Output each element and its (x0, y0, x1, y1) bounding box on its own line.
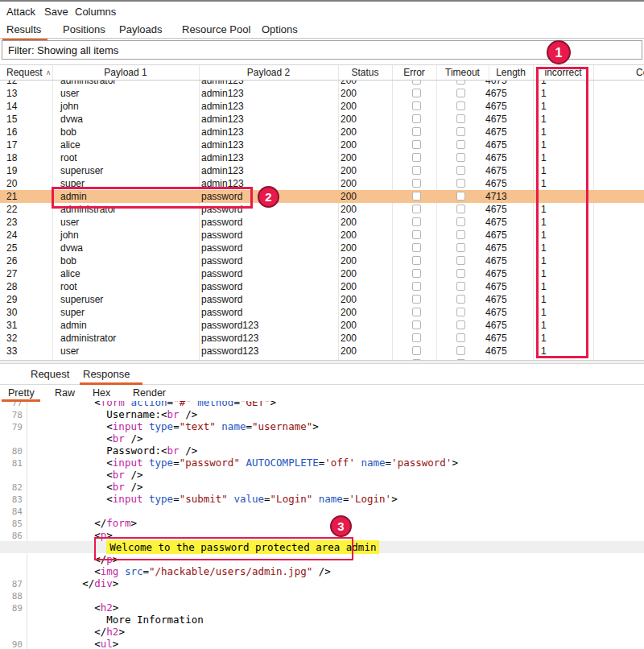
table-row[interactable]: 27alicepassword20046751 (0, 267, 644, 280)
timeout-checkbox[interactable] (456, 205, 465, 213)
error-checkbox[interactable] (412, 205, 421, 213)
tab-response[interactable]: Response (83, 368, 130, 380)
error-checkbox[interactable] (412, 192, 421, 200)
sort-ascending-icon: ∧ (46, 68, 52, 76)
table-row[interactable]: 26bobpassword20046751 (0, 254, 644, 267)
column-header-payload-1[interactable]: Payload 1 (52, 67, 199, 78)
timeout-checkbox[interactable] (456, 230, 465, 239)
error-checkbox[interactable] (412, 308, 421, 316)
table-row[interactable]: 34johnpassword12320046751 (0, 358, 644, 360)
table-row[interactable]: 22administratorpassword20046751 (0, 203, 644, 216)
error-checkbox[interactable] (412, 153, 421, 162)
table-row[interactable]: 19superuseradmin12320046751 (0, 164, 644, 177)
error-checkbox[interactable] (412, 166, 421, 175)
timeout-checkbox[interactable] (456, 127, 465, 136)
timeout-checkbox[interactable] (456, 282, 465, 291)
menu-item-save[interactable]: Save (44, 6, 68, 18)
table-row[interactable]: 29superuserpassword20046751 (0, 293, 644, 306)
error-checkbox[interactable] (412, 333, 421, 342)
view-tab-pretty[interactable]: Pretty (8, 387, 35, 399)
view-tab-hex[interactable]: Hex (93, 387, 110, 399)
response-code-viewer[interactable]: 77 <form action="#" method="GET">78 User… (0, 396, 644, 649)
timeout-checkbox[interactable] (456, 89, 465, 97)
error-checkbox[interactable] (412, 81, 421, 85)
table-row[interactable]: 21adminpassword2004713 (0, 190, 644, 203)
menu-item-attack[interactable]: Attack (6, 6, 35, 18)
tab-request[interactable]: Request (31, 368, 69, 380)
table-row[interactable]: 28rootpassword20046751 (0, 280, 644, 293)
table-row[interactable]: 14johnadmin12320046751 (0, 100, 644, 113)
error-checkbox[interactable] (412, 295, 421, 304)
cell-incorrect: 1 (541, 332, 547, 345)
menu-item-columns[interactable]: Columns (75, 6, 116, 18)
table-row[interactable]: 13useradmin12320046751 (0, 87, 644, 100)
timeout-checkbox[interactable] (456, 217, 465, 226)
error-checkbox[interactable] (412, 127, 421, 136)
table-row[interactable]: 30superpassword20046751 (0, 306, 644, 319)
table-row[interactable]: 25dvwapassword20046751 (0, 242, 644, 254)
table-row[interactable]: 32administratorpassword12320046751 (0, 332, 644, 345)
error-checkbox[interactable] (412, 269, 421, 278)
tab-positions[interactable]: Positions (63, 23, 105, 39)
error-checkbox[interactable] (412, 359, 421, 360)
error-checkbox[interactable] (412, 282, 421, 291)
tab-options[interactable]: Options (262, 23, 298, 39)
table-row[interactable]: 17aliceadmin12320046751 (0, 138, 644, 151)
table-row[interactable]: 12administratoradmin12320046751 (0, 81, 644, 87)
timeout-checkbox[interactable] (456, 308, 465, 316)
column-header-incorrect[interactable]: incorrect (533, 67, 593, 78)
error-checkbox[interactable] (412, 346, 421, 355)
error-checkbox[interactable] (412, 217, 421, 226)
tab-payloads[interactable]: Payloads (119, 23, 162, 39)
timeout-checkbox[interactable] (456, 192, 465, 200)
table-row[interactable]: 15dvwaadmin12320046751 (0, 113, 644, 126)
timeout-checkbox[interactable] (456, 243, 465, 252)
timeout-checkbox[interactable] (456, 320, 465, 329)
error-checkbox[interactable] (412, 114, 421, 123)
column-header-timeout[interactable]: Timeout (436, 67, 489, 78)
timeout-checkbox[interactable] (456, 166, 465, 175)
cell-status: 200 (341, 280, 357, 293)
timeout-checkbox[interactable] (456, 114, 465, 123)
table-row[interactable]: 24johnpassword20046751 (0, 229, 644, 242)
cell-status: 200 (341, 138, 357, 151)
cell-request: 28 (6, 280, 17, 293)
error-checkbox[interactable] (412, 320, 421, 329)
timeout-checkbox[interactable] (456, 346, 465, 355)
error-checkbox[interactable] (412, 243, 421, 252)
timeout-checkbox[interactable] (456, 140, 465, 149)
timeout-checkbox[interactable] (456, 101, 465, 110)
table-row[interactable]: 33userpassword12320046751 (0, 345, 644, 358)
results-table-body[interactable]: 12administratoradmin1232004675113useradm… (0, 81, 644, 360)
column-header-payload-2[interactable]: Payload 2 (199, 67, 338, 78)
error-checkbox[interactable] (412, 140, 421, 149)
column-header-error[interactable]: Error (392, 67, 436, 78)
timeout-checkbox[interactable] (456, 333, 465, 342)
timeout-checkbox[interactable] (456, 256, 465, 265)
column-header-length[interactable]: Length (489, 67, 533, 78)
table-row[interactable]: 16bobadmin12320046751 (0, 126, 644, 138)
error-checkbox[interactable] (412, 179, 421, 188)
timeout-checkbox[interactable] (456, 359, 465, 360)
view-tab-raw[interactable]: Raw (55, 387, 75, 399)
timeout-checkbox[interactable] (456, 153, 465, 162)
column-header-status[interactable]: Status (338, 67, 392, 78)
tab-results[interactable]: Results (6, 23, 41, 39)
column-header-comment[interactable]: Comment (636, 67, 644, 78)
error-checkbox[interactable] (412, 101, 421, 110)
column-header-request[interactable]: Request∧ (6, 67, 51, 78)
error-checkbox[interactable] (412, 230, 421, 239)
cell-request: 21 (6, 190, 17, 203)
view-tab-render[interactable]: Render (133, 387, 166, 399)
timeout-checkbox[interactable] (456, 81, 465, 85)
timeout-checkbox[interactable] (456, 295, 465, 304)
table-row[interactable]: 31adminpassword12320046751 (0, 319, 644, 332)
table-row[interactable]: 23userpassword20046751 (0, 216, 644, 229)
tab-resource-pool[interactable]: Resource Pool (182, 23, 250, 39)
timeout-checkbox[interactable] (456, 179, 465, 188)
error-checkbox[interactable] (412, 256, 421, 265)
timeout-checkbox[interactable] (456, 269, 465, 278)
table-row[interactable]: 18rootadmin12320046751 (0, 151, 644, 164)
error-checkbox[interactable] (412, 89, 421, 97)
table-row[interactable]: 20superadmin12320046751 (0, 177, 644, 190)
